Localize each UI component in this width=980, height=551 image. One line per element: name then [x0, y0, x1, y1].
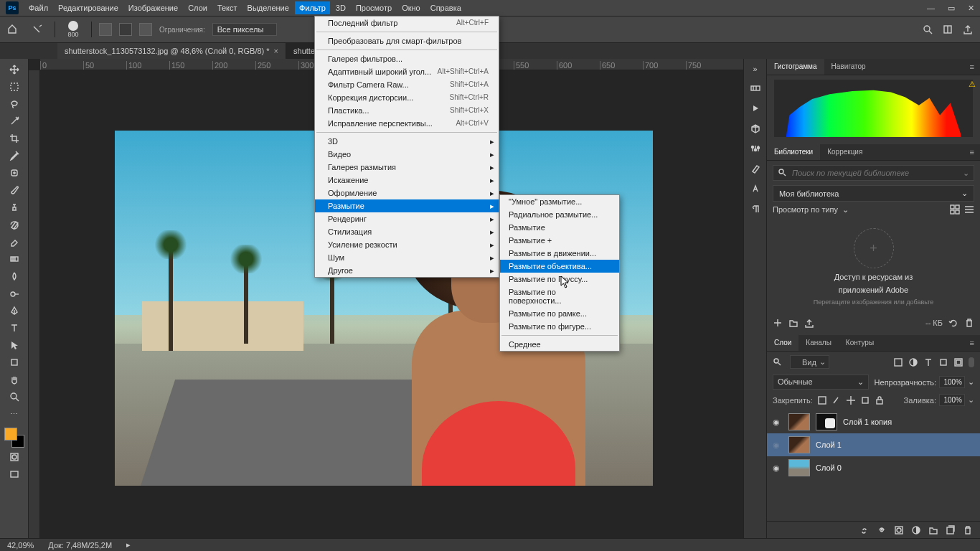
window-minimize[interactable]: —: [927, 4, 935, 13]
move-tool[interactable]: [4, 62, 24, 77]
filter-gallery[interactable]: Галерея фильтров...: [315, 52, 499, 65]
filter-blur-gallery-sub[interactable]: Галерея размытия▸: [315, 161, 499, 174]
layer-item-1[interactable]: ◉ Слой 1: [767, 433, 980, 456]
link-layers-icon[interactable]: [859, 525, 870, 535]
filter-smart-icon[interactable]: [953, 357, 963, 367]
sample-current-layer-icon[interactable]: [119, 23, 132, 36]
filter-other-sub[interactable]: Другое▸: [315, 264, 499, 277]
brush-tool[interactable]: [4, 182, 24, 198]
visibility-icon[interactable]: ◉: [773, 463, 783, 473]
chevron-down-icon[interactable]: ⌄: [842, 205, 849, 215]
library-search[interactable]: Поиск по текущей библиотеке ⌄: [773, 165, 974, 181]
filter-pixelate-sub[interactable]: Оформление▸: [315, 187, 499, 199]
filter-video-sub[interactable]: Видео▸: [315, 148, 499, 161]
brush-preview[interactable]: 800: [62, 19, 84, 40]
blur-radial[interactable]: Радиальное размытие...: [500, 208, 619, 221]
filter-stylize-sub[interactable]: Стилизация▸: [315, 225, 499, 238]
play-icon[interactable]: [750, 103, 760, 113]
menu-view[interactable]: Просмотр: [356, 4, 392, 12]
folder-icon[interactable]: [788, 318, 798, 328]
fill-input[interactable]: [939, 394, 965, 406]
new-layer-icon[interactable]: [946, 525, 956, 535]
filter-3d-sub[interactable]: 3D▸: [315, 135, 499, 148]
tab-navigator[interactable]: Навигатор: [824, 59, 873, 75]
lock-position-brush-icon[interactable]: [831, 395, 842, 405]
zoom-level[interactable]: 42,09%: [7, 541, 34, 550]
layer-mask-thumbnail[interactable]: [816, 413, 837, 430]
lasso-tool[interactable]: [4, 96, 24, 112]
filter-render-sub[interactable]: Рендеринг▸: [315, 212, 499, 225]
layer-item-2[interactable]: ◉ Слой 0: [767, 456, 980, 479]
pen-tool[interactable]: [4, 303, 24, 319]
crop-tool[interactable]: [4, 131, 24, 146]
magic-wand-tool[interactable]: [4, 113, 24, 129]
visibility-icon[interactable]: ◉: [773, 418, 783, 427]
blur-tool[interactable]: [4, 268, 24, 284]
blur-shape[interactable]: Размытие по фигуре...: [500, 320, 619, 333]
layer-thumbnail[interactable]: [788, 413, 810, 430]
tab-adjustments[interactable]: Коррекция: [820, 144, 870, 160]
sync-icon[interactable]: [948, 318, 958, 328]
tab-paths[interactable]: Контуры: [839, 335, 881, 351]
library-dropzone[interactable]: + Доступ к ресурсам из приложений Adobe …: [773, 219, 974, 315]
blur-box[interactable]: Размытие по рамке...: [500, 307, 619, 320]
search-icon[interactable]: [923, 24, 933, 34]
layer-name[interactable]: Слой 1 копия: [843, 418, 892, 426]
quick-mask-toggle[interactable]: [4, 449, 24, 465]
workspace-icon[interactable]: [943, 24, 953, 34]
layer-item-0[interactable]: ◉ Слой 1 копия: [767, 410, 980, 433]
blur-basic[interactable]: Размытие: [500, 221, 619, 234]
menu-window[interactable]: Окно: [402, 4, 420, 12]
adjustments-icon[interactable]: [750, 143, 760, 154]
layer-thumbnail[interactable]: [788, 436, 810, 453]
filter-pixel-icon[interactable]: [893, 357, 903, 367]
filter-camera-raw[interactable]: Фильтр Camera Raw...Shift+Ctrl+A: [315, 78, 499, 91]
color-swatches[interactable]: [4, 428, 24, 448]
hand-tool[interactable]: [4, 372, 24, 387]
layer-style-icon[interactable]: [877, 525, 887, 535]
chevron-down-icon[interactable]: ⌄: [968, 377, 974, 387]
panel-menu-icon[interactable]: ≡: [964, 335, 980, 351]
grid-view-icon[interactable]: [950, 204, 960, 215]
menu-3d[interactable]: 3D: [336, 4, 346, 12]
brushes-icon[interactable]: [750, 164, 760, 174]
menu-layers[interactable]: Слои: [188, 4, 207, 12]
filter-toggle[interactable]: [969, 357, 974, 367]
blend-mode-dropdown[interactable]: Обычные⌄: [773, 375, 869, 390]
blur-motion[interactable]: Размытие в движении...: [500, 247, 619, 260]
filter-shape-icon[interactable]: [938, 357, 948, 367]
filter-liquify[interactable]: Пластика...Shift+Ctrl+X: [315, 104, 499, 117]
close-icon[interactable]: ×: [274, 47, 278, 55]
lock-position-icon[interactable]: [846, 395, 856, 405]
panel-menu-icon[interactable]: ≡: [964, 59, 980, 75]
filter-adaptive-wide[interactable]: Адаптивный широкий угол...Alt+Shift+Ctrl…: [315, 65, 499, 78]
add-icon[interactable]: [773, 318, 783, 328]
window-maximize[interactable]: ▭: [948, 4, 955, 13]
upload-icon[interactable]: [804, 318, 814, 328]
lock-pixels-icon[interactable]: [817, 395, 827, 405]
clone-stamp-tool[interactable]: [4, 199, 24, 215]
healing-brush-tool[interactable]: [4, 165, 24, 181]
new-adjustment-icon[interactable]: [911, 525, 921, 535]
panel-menu-icon[interactable]: ≡: [964, 144, 980, 160]
warning-icon[interactable]: ⚠: [969, 80, 976, 89]
menu-select[interactable]: Выделение: [248, 4, 289, 12]
menu-filter[interactable]: Фильтр: [295, 1, 330, 14]
marquee-tool[interactable]: [4, 79, 24, 95]
blur-surface[interactable]: Размытие по поверхности...: [500, 286, 619, 307]
zoom-tool[interactable]: [4, 389, 24, 405]
menu-file[interactable]: Файл: [29, 4, 48, 12]
share-icon[interactable]: [963, 24, 973, 34]
3d-icon[interactable]: [750, 123, 760, 133]
blur-smart[interactable]: "Умное" размытие...: [500, 195, 619, 208]
layer-name[interactable]: Слой 0: [816, 463, 842, 472]
character-icon[interactable]: [750, 184, 760, 194]
chevron-down-icon[interactable]: ⌄: [968, 395, 974, 405]
doc-tab-0[interactable]: shutterstock_1130573132.jpg @ 48,6% (Сло…: [57, 43, 286, 59]
filter-vanishing-point[interactable]: Исправление перспективы...Alt+Ctrl+V: [315, 117, 499, 130]
filter-adjustment-icon[interactable]: [908, 357, 918, 367]
constraint-dropdown[interactable]: Все пикселы: [212, 23, 278, 36]
filter-noise-sub[interactable]: Шум▸: [315, 251, 499, 264]
type-tool[interactable]: [4, 320, 24, 336]
filter-convert-smart[interactable]: Преобразовать для смарт-фильтров: [315, 34, 499, 47]
